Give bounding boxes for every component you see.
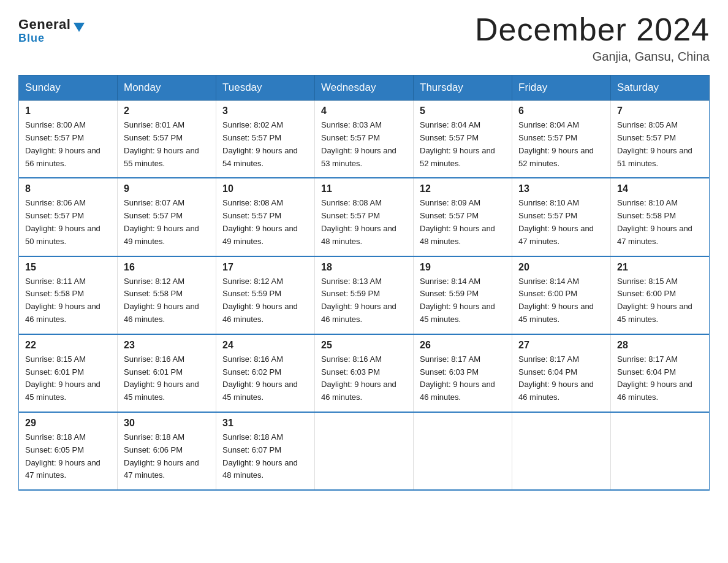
- day-cell: 30 Sunrise: 8:18 AMSunset: 6:06 PMDaylig…: [118, 412, 216, 490]
- week-row-4: 22 Sunrise: 8:15 AMSunset: 6:01 PMDaylig…: [19, 334, 710, 412]
- day-number: 12: [420, 183, 506, 194]
- day-info: Sunrise: 8:12 AMSunset: 5:59 PMDaylight:…: [222, 275, 308, 326]
- header-monday: Monday: [118, 75, 216, 101]
- day-number: 7: [617, 105, 703, 117]
- day-cell: 15 Sunrise: 8:11 AMSunset: 5:58 PMDaylig…: [19, 256, 118, 334]
- day-info: Sunrise: 8:17 AMSunset: 6:04 PMDaylight:…: [518, 353, 604, 404]
- day-number: 5: [420, 105, 506, 117]
- day-number: 8: [25, 183, 111, 194]
- day-info: Sunrise: 8:09 AMSunset: 5:57 PMDaylight:…: [420, 197, 506, 248]
- day-info: Sunrise: 8:17 AMSunset: 6:04 PMDaylight:…: [617, 353, 703, 404]
- day-cell: 31 Sunrise: 8:18 AMSunset: 6:07 PMDaylig…: [216, 412, 315, 490]
- day-number: 18: [321, 262, 407, 273]
- day-cell: 26 Sunrise: 8:17 AMSunset: 6:03 PMDaylig…: [414, 334, 512, 412]
- day-cell: 22 Sunrise: 8:15 AMSunset: 6:01 PMDaylig…: [19, 334, 118, 412]
- day-number: 19: [420, 262, 506, 273]
- day-number: 22: [25, 340, 111, 351]
- day-info: Sunrise: 8:18 AMSunset: 6:06 PMDaylight:…: [124, 431, 210, 482]
- day-cell: 24 Sunrise: 8:16 AMSunset: 6:02 PMDaylig…: [216, 334, 315, 412]
- day-cell: 6 Sunrise: 8:04 AMSunset: 5:57 PMDayligh…: [512, 101, 611, 178]
- day-number: 15: [25, 262, 111, 273]
- day-cell: [414, 412, 512, 490]
- calendar-header-row: SundayMondayTuesdayWednesdayThursdayFrid…: [19, 75, 710, 101]
- day-info: Sunrise: 8:18 AMSunset: 6:05 PMDaylight:…: [25, 431, 111, 482]
- day-cell: 18 Sunrise: 8:13 AMSunset: 5:59 PMDaylig…: [315, 256, 414, 334]
- day-cell: [512, 412, 611, 490]
- day-number: 4: [321, 105, 407, 117]
- day-info: Sunrise: 8:12 AMSunset: 5:58 PMDaylight:…: [124, 275, 210, 326]
- header-sunday: Sunday: [19, 75, 118, 101]
- header-tuesday: Tuesday: [216, 75, 315, 101]
- header-friday: Friday: [512, 75, 611, 101]
- day-cell: 10 Sunrise: 8:08 AMSunset: 5:57 PMDaylig…: [216, 178, 315, 256]
- day-info: Sunrise: 8:16 AMSunset: 6:03 PMDaylight:…: [321, 353, 407, 404]
- day-number: 3: [222, 105, 308, 117]
- day-cell: 20 Sunrise: 8:14 AMSunset: 6:00 PMDaylig…: [512, 256, 611, 334]
- day-info: Sunrise: 8:08 AMSunset: 5:57 PMDaylight:…: [222, 197, 308, 248]
- day-info: Sunrise: 8:07 AMSunset: 5:57 PMDaylight:…: [124, 197, 210, 248]
- day-info: Sunrise: 8:13 AMSunset: 5:59 PMDaylight:…: [321, 275, 407, 326]
- day-info: Sunrise: 8:15 AMSunset: 6:00 PMDaylight:…: [617, 275, 703, 326]
- logo-blue: Blue: [18, 32, 45, 45]
- week-row-3: 15 Sunrise: 8:11 AMSunset: 5:58 PMDaylig…: [19, 256, 710, 334]
- header-wednesday: Wednesday: [315, 75, 414, 101]
- day-number: 24: [222, 340, 308, 351]
- logo-general: General: [18, 17, 70, 32]
- day-number: 29: [25, 418, 111, 429]
- day-info: Sunrise: 8:11 AMSunset: 5:58 PMDaylight:…: [25, 275, 111, 326]
- calendar-title: December 2024: [475, 12, 710, 47]
- day-cell: 21 Sunrise: 8:15 AMSunset: 6:00 PMDaylig…: [611, 256, 710, 334]
- day-number: 27: [518, 340, 604, 351]
- day-cell: 5 Sunrise: 8:04 AMSunset: 5:57 PMDayligh…: [414, 101, 512, 178]
- day-cell: 3 Sunrise: 8:02 AMSunset: 5:57 PMDayligh…: [216, 101, 315, 178]
- day-cell: 23 Sunrise: 8:16 AMSunset: 6:01 PMDaylig…: [118, 334, 216, 412]
- day-info: Sunrise: 8:01 AMSunset: 5:57 PMDaylight:…: [124, 119, 210, 170]
- day-number: 1: [25, 105, 111, 117]
- day-number: 10: [222, 183, 308, 194]
- day-number: 28: [617, 340, 703, 351]
- day-number: 17: [222, 262, 308, 273]
- day-cell: 4 Sunrise: 8:03 AMSunset: 5:57 PMDayligh…: [315, 101, 414, 178]
- day-info: Sunrise: 8:16 AMSunset: 6:02 PMDaylight:…: [222, 353, 308, 404]
- week-row-5: 29 Sunrise: 8:18 AMSunset: 6:05 PMDaylig…: [19, 412, 710, 490]
- day-cell: [315, 412, 414, 490]
- calendar-subtitle: Ganjia, Gansu, China: [475, 50, 710, 64]
- day-cell: [611, 412, 710, 490]
- day-info: Sunrise: 8:00 AMSunset: 5:57 PMDaylight:…: [25, 119, 111, 170]
- day-number: 13: [518, 183, 604, 194]
- week-row-1: 1 Sunrise: 8:00 AMSunset: 5:57 PMDayligh…: [19, 101, 710, 178]
- day-info: Sunrise: 8:02 AMSunset: 5:57 PMDaylight:…: [222, 119, 308, 170]
- header-saturday: Saturday: [611, 75, 710, 101]
- day-number: 23: [124, 340, 210, 351]
- day-info: Sunrise: 8:16 AMSunset: 6:01 PMDaylight:…: [124, 353, 210, 404]
- day-cell: 28 Sunrise: 8:17 AMSunset: 6:04 PMDaylig…: [611, 334, 710, 412]
- day-number: 16: [124, 262, 210, 273]
- day-cell: 25 Sunrise: 8:16 AMSunset: 6:03 PMDaylig…: [315, 334, 414, 412]
- day-cell: 11 Sunrise: 8:08 AMSunset: 5:57 PMDaylig…: [315, 178, 414, 256]
- day-info: Sunrise: 8:10 AMSunset: 5:58 PMDaylight:…: [617, 197, 703, 248]
- day-info: Sunrise: 8:08 AMSunset: 5:57 PMDaylight:…: [321, 197, 407, 248]
- day-cell: 9 Sunrise: 8:07 AMSunset: 5:57 PMDayligh…: [118, 178, 216, 256]
- day-number: 26: [420, 340, 506, 351]
- day-number: 9: [124, 183, 210, 194]
- day-info: Sunrise: 8:14 AMSunset: 5:59 PMDaylight:…: [420, 275, 506, 326]
- logo-triangle-icon: [74, 23, 85, 32]
- day-cell: 7 Sunrise: 8:05 AMSunset: 5:57 PMDayligh…: [611, 101, 710, 178]
- day-info: Sunrise: 8:15 AMSunset: 6:01 PMDaylight:…: [25, 353, 111, 404]
- day-info: Sunrise: 8:05 AMSunset: 5:57 PMDaylight:…: [617, 119, 703, 170]
- calendar-table: SundayMondayTuesdayWednesdayThursdayFrid…: [18, 75, 710, 491]
- day-number: 25: [321, 340, 407, 351]
- day-number: 2: [124, 105, 210, 117]
- day-info: Sunrise: 8:10 AMSunset: 5:57 PMDaylight:…: [518, 197, 604, 248]
- day-info: Sunrise: 8:18 AMSunset: 6:07 PMDaylight:…: [222, 431, 308, 482]
- logo: General Blue: [18, 17, 85, 45]
- day-info: Sunrise: 8:06 AMSunset: 5:57 PMDaylight:…: [25, 197, 111, 248]
- day-cell: 27 Sunrise: 8:17 AMSunset: 6:04 PMDaylig…: [512, 334, 611, 412]
- day-cell: 1 Sunrise: 8:00 AMSunset: 5:57 PMDayligh…: [19, 101, 118, 178]
- day-number: 6: [518, 105, 604, 117]
- header: General Blue December 2024 Ganjia, Gansu…: [18, 12, 710, 64]
- day-cell: 13 Sunrise: 8:10 AMSunset: 5:57 PMDaylig…: [512, 178, 611, 256]
- day-number: 21: [617, 262, 703, 273]
- day-info: Sunrise: 8:14 AMSunset: 6:00 PMDaylight:…: [518, 275, 604, 326]
- day-cell: 17 Sunrise: 8:12 AMSunset: 5:59 PMDaylig…: [216, 256, 315, 334]
